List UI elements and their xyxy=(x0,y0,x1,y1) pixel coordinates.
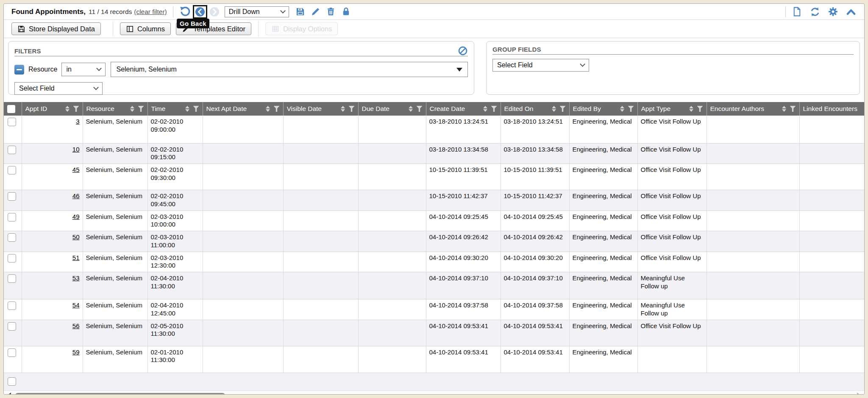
filter-funnel-icon[interactable] xyxy=(790,106,796,112)
sort-icon[interactable] xyxy=(341,106,345,112)
filter-funnel-icon[interactable] xyxy=(274,106,280,112)
next-apt-date-cell xyxy=(203,299,283,320)
sort-icon[interactable] xyxy=(782,106,786,112)
next-apt-date-cell xyxy=(203,164,283,190)
filter-funnel-icon[interactable] xyxy=(138,106,144,112)
cancel-filter-icon[interactable] xyxy=(458,46,468,56)
table-footer-row xyxy=(4,373,864,391)
due-date-cell xyxy=(358,116,426,143)
sort-icon[interactable] xyxy=(409,106,413,112)
column-header[interactable]: Create Date xyxy=(426,102,501,116)
appt-id-link[interactable]: 56 xyxy=(72,322,80,329)
appt-id-link[interactable]: 3 xyxy=(76,118,79,125)
columns-icon xyxy=(126,25,134,33)
sort-icon[interactable] xyxy=(483,106,487,112)
appt-id-link[interactable]: 51 xyxy=(72,254,80,261)
column-header[interactable] xyxy=(4,102,22,116)
edited-on-cell: 04-10-2014 09:25:45 xyxy=(501,210,569,231)
drill-down-select[interactable]: Drill Down xyxy=(225,6,289,17)
resource-cell: Selenium, Selenium xyxy=(83,190,147,211)
filter-funnel-icon[interactable] xyxy=(349,106,355,112)
appt-id-link[interactable]: 53 xyxy=(72,274,80,282)
column-header[interactable]: Appt ID xyxy=(22,102,83,116)
appt-id-link[interactable]: 10 xyxy=(72,146,80,153)
due-date-cell xyxy=(358,346,426,373)
group-field-select[interactable]: Select Field xyxy=(492,59,589,72)
row-checkbox[interactable] xyxy=(8,233,16,242)
filter-funnel-icon[interactable] xyxy=(628,106,634,112)
filter-value-combobox[interactable]: Selenium, Selenium xyxy=(111,62,468,77)
row-checkbox[interactable] xyxy=(8,146,16,154)
gear-icon[interactable] xyxy=(828,6,838,17)
scrollbar-thumb[interactable] xyxy=(15,393,225,395)
filter-funnel-icon[interactable] xyxy=(193,106,199,112)
save-icon[interactable] xyxy=(295,7,305,17)
refresh-icon[interactable] xyxy=(810,6,821,17)
filter-funnel-icon[interactable] xyxy=(491,106,497,112)
column-header[interactable]: Visible Date xyxy=(283,102,358,116)
appt-id-link[interactable]: 45 xyxy=(72,166,80,173)
filter-operator-select[interactable]: in xyxy=(61,63,106,76)
column-header[interactable]: Linked Encounters xyxy=(799,102,864,116)
table-row: 46 Selenium, Selenium 02-02-2010 09:45:0… xyxy=(4,190,864,211)
collapse-icon[interactable] xyxy=(846,6,857,17)
undo-icon[interactable] xyxy=(179,6,191,17)
row-checkbox[interactable] xyxy=(8,274,16,283)
footer-checkbox[interactable] xyxy=(8,377,16,386)
appt-id-link[interactable]: 46 xyxy=(72,192,80,199)
scroll-right-arrow-icon[interactable] xyxy=(857,392,862,395)
sort-icon[interactable] xyxy=(185,106,189,112)
sort-icon[interactable] xyxy=(689,106,693,112)
edited-by-cell: Engineering, Medical xyxy=(569,299,637,320)
sort-icon[interactable] xyxy=(620,106,624,112)
remove-filter-icon[interactable] xyxy=(14,65,24,75)
store-displayed-data-button[interactable]: Store Displayed Data xyxy=(11,22,101,35)
column-header[interactable]: Next Apt Date xyxy=(203,102,283,116)
go-forward-icon[interactable] xyxy=(209,7,220,17)
row-checkbox[interactable] xyxy=(8,213,16,221)
scroll-left-arrow-icon[interactable] xyxy=(6,392,11,395)
edit-icon[interactable] xyxy=(311,7,320,17)
create-date-cell: 10-15-2010 11:42:37 xyxy=(426,190,501,211)
filter-operator-value: in xyxy=(66,66,71,73)
encounter-authors-cell xyxy=(707,320,799,346)
add-filter-field-select[interactable]: Select Field xyxy=(14,82,103,95)
delete-icon[interactable] xyxy=(326,7,336,17)
sort-icon[interactable] xyxy=(130,106,134,112)
row-checkbox[interactable] xyxy=(8,118,16,126)
row-checkbox[interactable] xyxy=(8,322,16,331)
filter-funnel-icon[interactable] xyxy=(560,106,566,112)
sort-icon[interactable] xyxy=(552,106,556,112)
column-header[interactable]: Time xyxy=(147,102,203,116)
appt-id-link[interactable]: 54 xyxy=(72,301,80,309)
filter-funnel-icon[interactable] xyxy=(697,106,703,112)
table-row: 51 Selenium, Selenium 02-03-2010 12:30:0… xyxy=(4,252,864,272)
appt-id-link[interactable]: 50 xyxy=(72,233,80,240)
column-header[interactable]: Appt Type xyxy=(637,102,707,116)
horizontal-scrollbar[interactable] xyxy=(4,391,864,395)
appt-id-link[interactable]: 49 xyxy=(72,213,80,220)
appt-type-cell: Meaningful Use Follow up xyxy=(637,299,707,320)
lock-icon[interactable] xyxy=(341,7,351,17)
select-all-checkbox[interactable] xyxy=(7,105,15,113)
column-header[interactable]: Edited On xyxy=(501,102,569,116)
sort-icon[interactable] xyxy=(65,106,70,112)
row-checkbox[interactable] xyxy=(8,301,16,310)
clear-filter-link[interactable]: (clear filter) xyxy=(134,8,167,16)
filter-funnel-icon[interactable] xyxy=(73,106,79,112)
sort-icon[interactable] xyxy=(266,106,270,112)
new-document-icon[interactable] xyxy=(792,6,802,17)
columns-button[interactable]: Columns xyxy=(120,22,171,35)
column-header[interactable]: Encounter Authors xyxy=(707,102,799,116)
column-header[interactable]: Resource xyxy=(83,102,147,116)
row-checkbox[interactable] xyxy=(8,192,16,201)
column-header[interactable]: Edited By xyxy=(569,102,637,116)
appt-id-link[interactable]: 59 xyxy=(72,348,80,356)
column-header[interactable]: Due Date xyxy=(358,102,426,116)
row-checkbox[interactable] xyxy=(8,166,16,174)
row-checkbox[interactable] xyxy=(8,348,16,357)
go-back-button[interactable] xyxy=(193,5,207,19)
filter-funnel-icon[interactable] xyxy=(417,106,423,112)
row-checkbox[interactable] xyxy=(8,254,16,263)
resource-cell: Selenium, Selenium xyxy=(83,346,147,373)
